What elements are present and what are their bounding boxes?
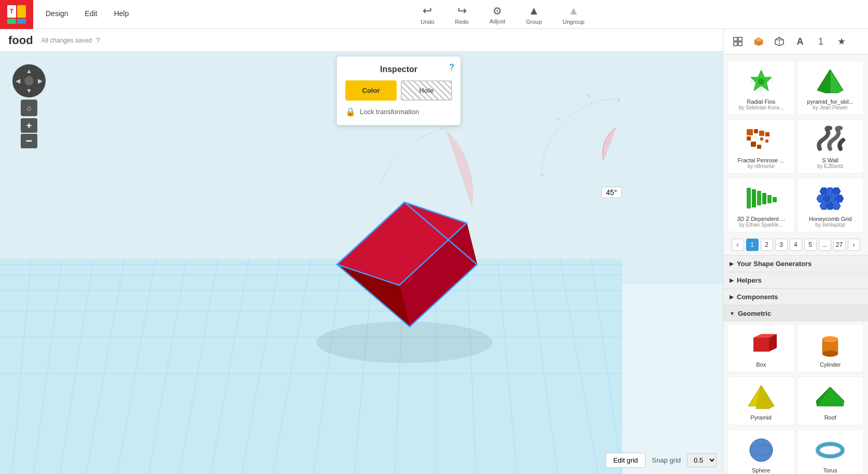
shape-thumb-honeycomb xyxy=(809,183,851,214)
page-27-button[interactable]: 27 xyxy=(833,239,846,251)
svg-line-36 xyxy=(588,94,590,97)
page-3-button[interactable]: 3 xyxy=(775,239,788,251)
shape-name-pyramid: Pyramid xyxy=(751,414,772,421)
nav-controls: ▲ ▼ ◀ ▶ ⌂ + − xyxy=(12,64,46,148)
svg-rect-64 xyxy=(747,188,751,208)
shape-name-fractal-penrose: Fractal Penrose ... xyxy=(738,157,785,163)
cube-view-icon xyxy=(753,36,764,47)
right-panel: A 1 ★ xyxy=(723,29,868,474)
ungroup-button[interactable]: ▲ Ungroup xyxy=(558,2,589,27)
project-name[interactable]: food xyxy=(8,34,33,47)
toolbar: ↩ Undo ↪ Redo ⚙ Adjust ▲ Group ▲ Ungroup xyxy=(137,2,868,27)
inspector-help-button[interactable]: ? xyxy=(449,63,454,72)
nav-design[interactable]: Design xyxy=(37,0,77,29)
shape-item-cylinder[interactable]: Cylinder xyxy=(797,324,864,372)
page-5-button[interactable]: 5 xyxy=(804,239,817,251)
number-1-button[interactable]: 1 xyxy=(813,33,829,50)
rotation-arc xyxy=(536,83,629,187)
geometric-header[interactable]: ▼ Geometric xyxy=(723,305,868,322)
shape-name-honeycomb: Honeycomb Grid xyxy=(809,216,852,222)
components-label: Components xyxy=(737,293,778,301)
shape-item-sphere[interactable]: Sphere xyxy=(727,429,795,474)
inspector-buttons: Color Hole xyxy=(345,80,452,101)
grid-view-button[interactable] xyxy=(730,33,746,50)
components-header[interactable]: ▶ Components xyxy=(723,288,868,305)
svg-rect-62 xyxy=(765,140,768,143)
shape-item-roof[interactable]: Roof xyxy=(797,377,864,425)
ungroup-icon: ▲ xyxy=(568,4,579,18)
shape-item-pyramid-skill[interactable]: pyramid_for_skil... by Jean Flower xyxy=(797,61,864,115)
logo[interactable]: T xyxy=(0,0,33,29)
snap-grid-label: Snap grid xyxy=(652,456,681,464)
svg-rect-69 xyxy=(773,197,777,202)
help-button[interactable]: ? xyxy=(96,36,100,45)
home-view-button[interactable]: ⌂ xyxy=(21,100,37,116)
shape-thumb-fractal-penrose xyxy=(740,124,782,155)
svg-marker-72 xyxy=(832,188,841,195)
cube-view-button[interactable] xyxy=(750,33,767,50)
ungroup-label: Ungroup xyxy=(563,19,584,25)
adjust-button[interactable]: ⚙ Adjust xyxy=(485,3,510,26)
svg-rect-63 xyxy=(757,145,761,149)
star-button[interactable]: ★ xyxy=(833,33,850,50)
star-icon: ★ xyxy=(837,36,846,47)
lock-transformation[interactable]: 🔒 Lock transformation xyxy=(345,107,452,117)
redo-button[interactable]: ↪ Redo xyxy=(451,2,473,27)
shape-item-s-wall[interactable]: S Wall by EJBantz xyxy=(797,119,864,174)
page-2-button[interactable]: 2 xyxy=(761,239,773,251)
save-status: All changes saved xyxy=(41,37,92,44)
undo-button[interactable]: ↩ Undo xyxy=(416,2,438,27)
redo-label: Redo xyxy=(455,19,469,25)
shape-name-radial-fins: Radial Fins xyxy=(747,99,775,105)
svg-line-34 xyxy=(541,173,544,176)
shape-item-honeycomb[interactable]: Honeycomb Grid by tomlaptop xyxy=(797,178,864,232)
wireframe-view-button[interactable] xyxy=(771,33,788,50)
snap-grid-select[interactable]: 0.5 1 2 xyxy=(687,453,717,467)
shape-row-1: Radial Fins by Selelvian Kora... pyramid… xyxy=(723,59,868,117)
your-shape-generators-header[interactable]: ▶ Your Shape Generators xyxy=(723,255,868,272)
shape-item-torus[interactable]: Torus xyxy=(797,429,864,474)
prev-page-button[interactable]: ‹ xyxy=(732,239,744,251)
shape-thumb-roof xyxy=(809,381,851,412)
color-button[interactable]: Color xyxy=(345,80,397,101)
pan-control[interactable]: ▲ ▼ ◀ ▶ xyxy=(12,64,46,97)
project-bar: food All changes saved ? xyxy=(0,29,723,52)
hole-button[interactable]: Hole xyxy=(401,80,452,101)
zoom-out-button[interactable]: − xyxy=(21,134,37,148)
shape-item-pyramid[interactable]: Pyramid xyxy=(727,377,795,425)
components-chevron-icon: ▶ xyxy=(730,294,734,300)
zoom-controls: + − xyxy=(21,118,37,148)
main-area: food All changes saved ? xyxy=(0,29,868,474)
page-1-button[interactable]: 1 xyxy=(746,239,759,251)
page-dots: ... xyxy=(819,239,831,251)
svg-marker-76 xyxy=(835,195,844,202)
adjust-icon: ⚙ xyxy=(493,5,502,17)
svg-marker-54 xyxy=(817,69,830,93)
shape-row-3: 3D Z Dependent ... by Ethan Sparkle... xyxy=(723,176,868,234)
group-button[interactable]: ▲ Group xyxy=(522,2,546,27)
redo-icon: ↪ xyxy=(457,4,467,18)
canvas-area[interactable]: 45° ▲ ▼ ◀ ▶ ⌂ + − In xyxy=(0,52,723,474)
shape-item-radial-fins[interactable]: Radial Fins by Selelvian Kora... xyxy=(727,61,795,115)
shape-item-box[interactable]: Box xyxy=(727,324,795,372)
undo-label: Undo xyxy=(421,19,434,25)
shape-item-fractal-penrose[interactable]: Fractal Penrose ... by n8morse xyxy=(727,119,795,174)
helpers-label: Helpers xyxy=(737,276,762,284)
svg-rect-39 xyxy=(738,37,742,41)
nav-help[interactable]: Help xyxy=(106,0,137,29)
shape-name-cylinder: Cylinder xyxy=(820,361,841,368)
edit-grid-button[interactable]: Edit grid xyxy=(606,453,646,468)
text-a-button[interactable]: A xyxy=(792,33,808,50)
nav-edit[interactable]: Edit xyxy=(77,0,106,29)
shape-thumb-torus xyxy=(809,434,851,465)
next-page-button[interactable]: › xyxy=(848,239,860,251)
shape-item-3d-z[interactable]: 3D Z Dependent ... by Ethan Sparkle... xyxy=(727,178,795,232)
geometric-chevron-icon: ▼ xyxy=(730,311,735,316)
zoom-in-button[interactable]: + xyxy=(21,118,37,133)
helpers-chevron-icon: ▶ xyxy=(730,277,734,283)
group-label: Group xyxy=(526,19,542,25)
page-4-button[interactable]: 4 xyxy=(790,239,802,251)
helpers-header[interactable]: ▶ Helpers xyxy=(723,272,868,288)
shape-author-pyramid-skill: by Jean Flower xyxy=(813,105,848,110)
shapes-list[interactable]: Radial Fins by Selelvian Kora... pyramid… xyxy=(723,54,868,474)
